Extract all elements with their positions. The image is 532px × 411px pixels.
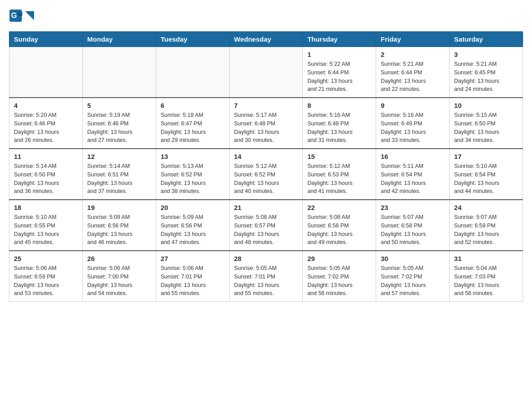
calendar-cell: 22Sunrise: 5:08 AMSunset: 6:58 PMDayligh… [303, 200, 376, 251]
svg-text:G: G [11, 11, 17, 20]
day-info: Sunrise: 5:22 AMSunset: 6:44 PMDaylight:… [307, 60, 371, 94]
calendar-cell: 20Sunrise: 5:09 AMSunset: 6:56 PMDayligh… [156, 200, 229, 251]
day-number: 19 [87, 204, 151, 211]
calendar-cell: 23Sunrise: 5:07 AMSunset: 6:58 PMDayligh… [376, 200, 450, 251]
calendar-cell: 29Sunrise: 5:05 AMSunset: 7:02 PMDayligh… [303, 251, 376, 302]
day-info: Sunrise: 5:12 AMSunset: 6:53 PMDaylight:… [307, 162, 371, 196]
calendar-cell: 16Sunrise: 5:11 AMSunset: 6:54 PMDayligh… [376, 149, 450, 200]
calendar-cell: 21Sunrise: 5:08 AMSunset: 6:57 PMDayligh… [229, 200, 303, 251]
day-number: 8 [307, 102, 371, 109]
calendar-cell: 7Sunrise: 5:17 AMSunset: 6:48 PMDaylight… [229, 98, 303, 149]
calendar-cell: 10Sunrise: 5:15 AMSunset: 6:50 PMDayligh… [450, 98, 523, 149]
day-info: Sunrise: 5:16 AMSunset: 6:49 PMDaylight:… [381, 111, 445, 145]
day-info: Sunrise: 5:19 AMSunset: 6:46 PMDaylight:… [87, 111, 151, 145]
day-number: 24 [454, 204, 518, 211]
calendar-cell: 28Sunrise: 5:05 AMSunset: 7:01 PMDayligh… [229, 251, 303, 302]
day-info: Sunrise: 5:14 AMSunset: 6:51 PMDaylight:… [87, 162, 151, 196]
day-number: 12 [87, 153, 151, 160]
header-sunday: Sunday [9, 32, 83, 47]
calendar-cell: 2Sunrise: 5:21 AMSunset: 6:44 PMDaylight… [376, 47, 450, 98]
day-number: 4 [14, 102, 78, 109]
day-info: Sunrise: 5:13 AMSunset: 6:52 PMDaylight:… [161, 162, 225, 196]
day-info: Sunrise: 5:06 AMSunset: 7:00 PMDaylight:… [87, 264, 151, 298]
day-info: Sunrise: 5:16 AMSunset: 6:48 PMDaylight:… [307, 111, 371, 145]
calendar-cell [82, 47, 156, 98]
day-number: 1 [307, 51, 371, 58]
day-info: Sunrise: 5:09 AMSunset: 6:56 PMDaylight:… [161, 213, 225, 247]
calendar-cell: 25Sunrise: 5:06 AMSunset: 6:59 PMDayligh… [9, 251, 83, 302]
calendar-cell [9, 47, 83, 98]
day-number: 22 [307, 204, 371, 211]
day-number: 3 [454, 51, 518, 58]
calendar-cell [229, 47, 303, 98]
day-number: 28 [234, 255, 298, 262]
day-info: Sunrise: 5:04 AMSunset: 7:03 PMDaylight:… [454, 264, 518, 298]
day-number: 25 [14, 255, 78, 262]
day-info: Sunrise: 5:18 AMSunset: 6:47 PMDaylight:… [161, 111, 225, 145]
calendar-cell: 14Sunrise: 5:12 AMSunset: 6:52 PMDayligh… [229, 149, 303, 200]
header-wednesday: Wednesday [229, 32, 303, 47]
day-info: Sunrise: 5:20 AMSunset: 6:46 PMDaylight:… [14, 111, 78, 145]
day-number: 11 [14, 153, 78, 160]
day-number: 23 [381, 204, 445, 211]
day-number: 16 [381, 153, 445, 160]
day-info: Sunrise: 5:17 AMSunset: 6:48 PMDaylight:… [234, 111, 298, 145]
day-number: 10 [454, 102, 518, 109]
day-info: Sunrise: 5:05 AMSunset: 7:01 PMDaylight:… [234, 264, 298, 298]
day-number: 21 [234, 204, 298, 211]
header-tuesday: Tuesday [156, 32, 229, 47]
day-info: Sunrise: 5:09 AMSunset: 6:56 PMDaylight:… [87, 213, 151, 247]
calendar-cell: 12Sunrise: 5:14 AMSunset: 6:51 PMDayligh… [82, 149, 156, 200]
calendar-cell: 26Sunrise: 5:06 AMSunset: 7:00 PMDayligh… [82, 251, 156, 302]
day-info: Sunrise: 5:14 AMSunset: 6:50 PMDaylight:… [14, 162, 78, 196]
day-info: Sunrise: 5:05 AMSunset: 7:02 PMDaylight:… [381, 264, 445, 298]
day-info: Sunrise: 5:08 AMSunset: 6:58 PMDaylight:… [307, 213, 371, 247]
day-number: 6 [161, 102, 225, 109]
day-info: Sunrise: 5:10 AMSunset: 6:54 PMDaylight:… [454, 162, 518, 196]
calendar-cell: 15Sunrise: 5:12 AMSunset: 6:53 PMDayligh… [303, 149, 376, 200]
day-info: Sunrise: 5:10 AMSunset: 6:55 PMDaylight:… [14, 213, 78, 247]
day-number: 9 [381, 102, 445, 109]
day-info: Sunrise: 5:07 AMSunset: 6:58 PMDaylight:… [381, 213, 445, 247]
calendar-week-row: 1Sunrise: 5:22 AMSunset: 6:44 PMDaylight… [9, 47, 523, 98]
header-monday: Monday [82, 32, 156, 47]
day-number: 14 [234, 153, 298, 160]
day-number: 13 [161, 153, 225, 160]
calendar-cell: 3Sunrise: 5:21 AMSunset: 6:45 PMDaylight… [450, 47, 523, 98]
calendar-cell: 13Sunrise: 5:13 AMSunset: 6:52 PMDayligh… [156, 149, 229, 200]
day-info: Sunrise: 5:06 AMSunset: 6:59 PMDaylight:… [14, 264, 78, 298]
header-saturday: Saturday [450, 32, 523, 47]
calendar-cell: 5Sunrise: 5:19 AMSunset: 6:46 PMDaylight… [82, 98, 156, 149]
day-number: 29 [307, 255, 371, 262]
calendar-cell: 4Sunrise: 5:20 AMSunset: 6:46 PMDaylight… [9, 98, 83, 149]
calendar-cell: 6Sunrise: 5:18 AMSunset: 6:47 PMDaylight… [156, 98, 229, 149]
calendar-cell: 1Sunrise: 5:22 AMSunset: 6:44 PMDaylight… [303, 47, 376, 98]
calendar-cell: 24Sunrise: 5:07 AMSunset: 6:59 PMDayligh… [450, 200, 523, 251]
day-number: 18 [14, 204, 78, 211]
day-number: 26 [87, 255, 151, 262]
calendar-week-row: 18Sunrise: 5:10 AMSunset: 6:55 PMDayligh… [9, 200, 523, 251]
calendar-cell [156, 47, 229, 98]
day-info: Sunrise: 5:12 AMSunset: 6:52 PMDaylight:… [234, 162, 298, 196]
calendar-cell: 8Sunrise: 5:16 AMSunset: 6:48 PMDaylight… [303, 98, 376, 149]
calendar-cell: 9Sunrise: 5:16 AMSunset: 6:49 PMDaylight… [376, 98, 450, 149]
day-number: 30 [381, 255, 445, 262]
calendar-week-row: 4Sunrise: 5:20 AMSunset: 6:46 PMDaylight… [9, 98, 523, 149]
day-info: Sunrise: 5:07 AMSunset: 6:59 PMDaylight:… [454, 213, 518, 247]
logo: G [9, 9, 34, 22]
calendar-cell: 18Sunrise: 5:10 AMSunset: 6:55 PMDayligh… [9, 200, 83, 251]
day-number: 20 [161, 204, 225, 211]
day-number: 17 [454, 153, 518, 160]
page-header: G [9, 9, 523, 22]
calendar-cell: 19Sunrise: 5:09 AMSunset: 6:56 PMDayligh… [82, 200, 156, 251]
day-info: Sunrise: 5:21 AMSunset: 6:45 PMDaylight:… [454, 60, 518, 94]
calendar-week-row: 25Sunrise: 5:06 AMSunset: 6:59 PMDayligh… [9, 251, 523, 302]
calendar-table: SundayMondayTuesdayWednesdayThursdayFrid… [9, 31, 523, 302]
logo-arrow-icon [25, 11, 34, 20]
day-number: 31 [454, 255, 518, 262]
day-info: Sunrise: 5:06 AMSunset: 7:01 PMDaylight:… [161, 264, 225, 298]
day-number: 15 [307, 153, 371, 160]
svg-marker-4 [25, 11, 34, 20]
day-number: 27 [161, 255, 225, 262]
calendar-cell: 30Sunrise: 5:05 AMSunset: 7:02 PMDayligh… [376, 251, 450, 302]
